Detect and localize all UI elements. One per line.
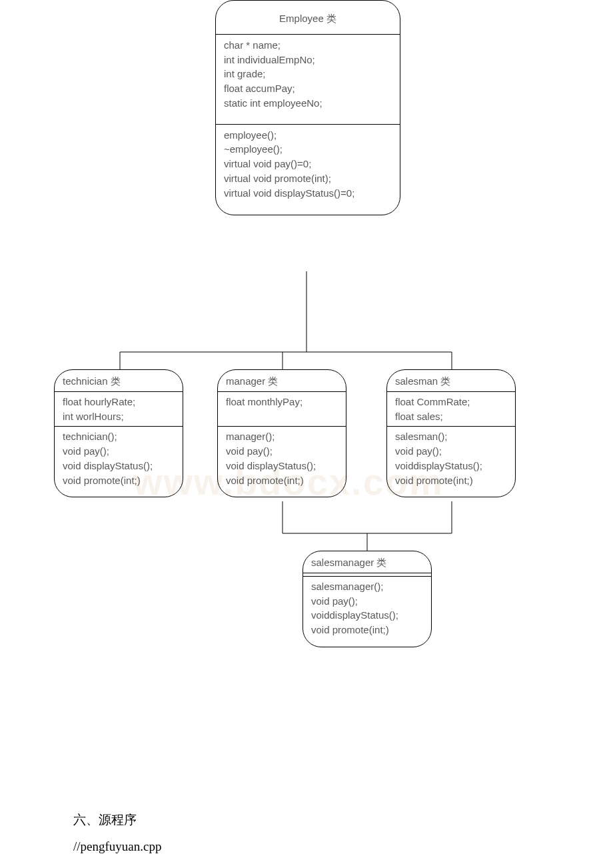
code-line: #include<iostream.h> [73, 860, 613, 868]
class-diagram: Employee 类 char * name; int individualEm… [40, 0, 613, 67]
class-methods: salesmanager(); void pay(); voiddisplayS… [303, 577, 431, 647]
method-line: void pay(); [63, 444, 175, 459]
class-title: manager 类 [218, 370, 346, 392]
method-line: salesmanager(); [311, 579, 423, 594]
class-attributes: float CommRate; float sales; [387, 392, 515, 427]
method-line: ~employee(); [224, 142, 392, 157]
method-line: void promote(int;) [63, 473, 175, 488]
method-line: employee(); [224, 128, 392, 143]
class-attributes: char * name; int individualEmpNo; int gr… [216, 35, 400, 125]
attr-line: float monthlyPay; [226, 395, 338, 409]
class-technician: technician 类 float hourlyRate; int worlH… [54, 369, 183, 497]
text-section: 六、源程序 //pengfuyuan.cpp #include<iostream… [73, 807, 613, 868]
method-line: void promote(int;) [311, 623, 423, 637]
class-title: salesman 类 [387, 370, 515, 392]
attr-line: int worlHours; [63, 409, 175, 424]
attr-line: float sales; [395, 409, 507, 424]
attr-line: static int employeeNo; [224, 96, 392, 111]
class-methods: employee(); ~employee(); virtual void pa… [216, 125, 400, 215]
class-attributes: float hourlyRate; int worlHours; [55, 392, 183, 427]
method-line: voiddisplayStatus(); [311, 608, 423, 623]
method-line: virtual void pay()=0; [224, 157, 392, 171]
class-methods: salesman(); void pay(); voiddisplayStatu… [387, 427, 515, 497]
method-line: manager(); [226, 429, 338, 444]
attr-line: float accumPay; [224, 81, 392, 96]
class-employee: Employee 类 char * name; int individualEm… [215, 0, 400, 215]
attr-line: float CommRate; [395, 395, 507, 409]
class-manager: manager 类 float monthlyPay; manager(); v… [217, 369, 346, 497]
method-line: void pay(); [395, 444, 507, 459]
class-title: technician 类 [55, 370, 183, 392]
attr-line [226, 409, 338, 424]
attr-line: char * name; [224, 38, 392, 53]
method-line: void promote(int;) [395, 473, 507, 488]
method-line: virtual void displayStatus()=0; [224, 186, 392, 201]
method-line: void displayStatus(); [63, 459, 175, 473]
class-salesman: salesman 类 float CommRate; float sales; … [386, 369, 516, 497]
attr-line: int individualEmpNo; [224, 53, 392, 67]
method-line: virtual void promote(int); [224, 171, 392, 186]
class-salesmanager: salesmanager 类 salesmanager(); void pay(… [303, 551, 432, 647]
method-line: void pay(); [311, 594, 423, 609]
code-line: //pengfuyuan.cpp [73, 833, 613, 860]
class-methods: technician(); void pay(); void displaySt… [55, 427, 183, 497]
class-title: Employee 类 [216, 1, 400, 35]
method-line: voiddisplayStatus(); [395, 459, 507, 473]
method-line: technician(); [63, 429, 175, 444]
method-line: salesman(); [395, 429, 507, 444]
method-line: void promote(int;) [226, 473, 338, 488]
class-title: salesmanager 类 [303, 551, 431, 573]
section-heading: 六、源程序 [73, 807, 613, 833]
method-line: void displayStatus(); [226, 459, 338, 473]
class-methods: manager(); void pay(); void displayStatu… [218, 427, 346, 497]
method-line: void pay(); [226, 444, 338, 459]
attr-line: float hourlyRate; [63, 395, 175, 409]
attr-line: int grade; [224, 67, 392, 81]
class-attributes: float monthlyPay; [218, 392, 346, 427]
